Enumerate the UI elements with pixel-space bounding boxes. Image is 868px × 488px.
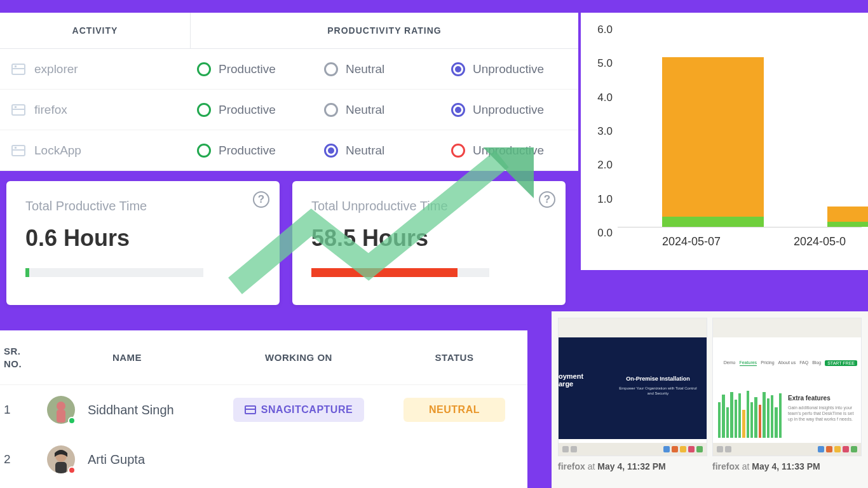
y-tick-label: 6.0 (587, 24, 613, 36)
y-tick-label: 4.0 (587, 92, 613, 104)
app-window-icon (11, 64, 25, 75)
rating-neutral[interactable]: Neutral (324, 62, 438, 76)
help-icon[interactable]: ? (539, 191, 555, 208)
activity-row: explorer Productive Neutral Unproductive (0, 49, 578, 90)
radio-icon (451, 144, 465, 158)
rating-header: PRODUCTIVITY RATING (191, 13, 578, 48)
activity-app-name: firefox (34, 103, 67, 117)
employee-row[interactable]: 2 Arti Gupta (0, 435, 527, 484)
radio-icon (197, 144, 211, 158)
radio-icon (324, 103, 338, 117)
card-value: 0.6 Hours (25, 225, 261, 252)
radio-icon (451, 62, 465, 76)
svg-point-0 (57, 402, 65, 410)
y-tick-label: 3.0 (587, 125, 613, 138)
status-badge: NEUTRAL (403, 398, 505, 422)
progress-bar (311, 268, 489, 277)
header-status: STATUS (381, 352, 527, 363)
radio-icon (324, 144, 338, 158)
x-tick-label: 2024-05-0 (778, 235, 862, 248)
activity-rating-header: ACTIVITY PRODUCTIVITY RATING (0, 13, 578, 49)
card-value: 58.5 Hours (311, 225, 546, 252)
screenshot-card[interactable]: oyment arge On-Premise Installation Empo… (558, 318, 707, 488)
radio-icon (197, 103, 211, 117)
rating-unproductive[interactable]: Unproductive (451, 144, 566, 158)
activity-row: LockApp Productive Neutral Unproductive (0, 130, 578, 171)
bar-column (662, 57, 764, 227)
employee-table-header: SR. NO. NAME WORKING ON STATUS (0, 330, 527, 385)
screenshots-panel: oyment arge On-Premise Installation Empo… (552, 311, 868, 488)
y-tick-label: 1.0 (587, 193, 613, 206)
employee-table: SR. NO. NAME WORKING ON STATUS 1 Siddhan… (0, 330, 527, 488)
radio-icon (197, 62, 211, 76)
productive-time-card: ? Total Productive Time 0.6 Hours (6, 181, 280, 305)
employee-sr: 1 (0, 402, 38, 418)
presence-dot-icon (68, 466, 76, 474)
header-sr: SR. NO. (0, 345, 38, 370)
rating-productive[interactable]: Productive (197, 144, 311, 158)
rating-neutral[interactable]: Neutral (324, 103, 438, 117)
screenshot-caption: firefox at May 4, 11:33 PM (712, 456, 862, 471)
activity-app-name: explorer (34, 62, 78, 76)
app-window-icon (11, 104, 25, 116)
y-tick-label: 0.0 (587, 227, 613, 240)
bar-column (827, 207, 868, 227)
card-label: Total Productive Time (25, 199, 261, 214)
hours-bar-chart: 0.01.02.03.04.05.06.0 2024-05-072024-05-… (581, 13, 868, 270)
activity-row: firefox Productive Neutral Unproductive (0, 90, 578, 130)
activity-rating-panel: ACTIVITY PRODUCTIVITY RATING explorer Pr… (0, 13, 578, 171)
activity-header: ACTIVITY (0, 13, 191, 48)
rating-unproductive[interactable]: Unproductive (451, 62, 566, 76)
unproductive-time-card: ? Total Unproductive Time 58.5 Hours (292, 181, 566, 305)
rating-productive[interactable]: Productive (197, 62, 311, 76)
radio-icon (451, 103, 465, 117)
app-window-icon (245, 405, 256, 414)
employee-name: Arti Gupta (88, 452, 145, 467)
svg-rect-3 (55, 462, 67, 473)
app-window-icon (11, 145, 25, 156)
employee-sr: 2 (0, 452, 38, 468)
screenshot-caption: firefox at May 4, 11:32 PM (558, 456, 707, 471)
svg-rect-1 (57, 410, 65, 423)
header-name: NAME (38, 352, 216, 363)
presence-dot-icon (68, 417, 76, 424)
radio-icon (324, 62, 338, 76)
employee-row[interactable]: 1 Siddhant Singh SNAGITCAPTURE NEUTRAL (0, 385, 527, 435)
y-tick-label: 5.0 (587, 57, 613, 70)
rating-neutral[interactable]: Neutral (324, 144, 438, 158)
rating-unproductive[interactable]: Unproductive (451, 103, 566, 117)
working-on-badge[interactable]: SNAGITCAPTURE (233, 398, 364, 422)
employee-name: Siddhant Singh (88, 403, 174, 417)
card-label: Total Unproductive Time (311, 199, 546, 214)
x-tick-label: 2024-05-07 (649, 235, 733, 248)
screenshot-card[interactable]: Demo Features Pricing About us FAQ Blog … (712, 318, 862, 488)
header-working: WORKING ON (216, 352, 381, 363)
y-tick-label: 2.0 (587, 159, 613, 172)
progress-bar (25, 268, 203, 277)
screenshot-thumbnail: Demo Features Pricing About us FAQ Blog … (712, 318, 862, 456)
time-cards: ? Total Productive Time 0.6 Hours ? Tota… (6, 181, 566, 305)
screenshot-thumbnail: oyment arge On-Premise Installation Empo… (558, 318, 707, 456)
activity-app-name: LockApp (34, 144, 81, 158)
rating-productive[interactable]: Productive (197, 103, 311, 117)
help-icon[interactable]: ? (253, 191, 269, 208)
